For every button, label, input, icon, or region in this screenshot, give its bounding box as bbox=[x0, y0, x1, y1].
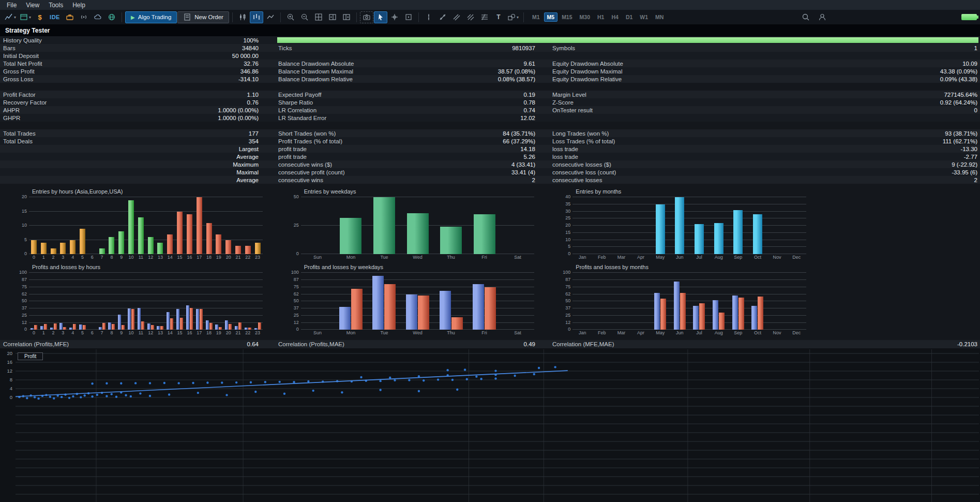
toolbox-button[interactable] bbox=[63, 11, 77, 23]
candles-chart-button[interactable] bbox=[236, 11, 249, 23]
line-chart-icon bbox=[5, 13, 13, 21]
stats-cell: Profit Trades (% of total)66 (37.29%) bbox=[261, 138, 538, 144]
scatter-canvas: 201612840 bbox=[0, 348, 980, 502]
stats-value: 0.09% (43.38) bbox=[940, 76, 977, 82]
stats-label: Total Net Profit bbox=[3, 61, 42, 67]
vertical-line-tool-button[interactable] bbox=[422, 11, 435, 23]
menu-file[interactable]: File bbox=[2, 1, 21, 9]
shapes-tool-button[interactable]: ▾ bbox=[506, 11, 520, 23]
toolbar-separator bbox=[356, 12, 357, 22]
auto-scroll-button[interactable] bbox=[340, 11, 353, 23]
bar-slot bbox=[434, 197, 468, 254]
zoom-in-button[interactable] bbox=[284, 11, 297, 23]
stats-value: 84 (35.71%) bbox=[503, 130, 535, 137]
vertical-line-icon bbox=[425, 13, 433, 21]
x-tick-label: 20 bbox=[223, 255, 233, 261]
timeframe-m1[interactable]: M1 bbox=[529, 12, 543, 22]
y-axis: 012253750627587100 bbox=[16, 273, 29, 330]
chart-shift-button[interactable] bbox=[326, 11, 339, 23]
menu-tools[interactable]: Tools bbox=[44, 1, 68, 9]
account-button[interactable] bbox=[816, 11, 829, 23]
text-tool-button[interactable]: T bbox=[492, 11, 505, 23]
stats-cell: Gross Loss-314.10 bbox=[0, 76, 261, 82]
stats-value: 66 (37.29%) bbox=[503, 138, 535, 144]
stats-label: Total Trades bbox=[3, 130, 36, 137]
ide-button[interactable]: IDE bbox=[47, 11, 63, 23]
timeframe-m15[interactable]: M15 bbox=[559, 12, 575, 22]
bar-slot bbox=[301, 273, 335, 330]
signals-button[interactable] bbox=[77, 11, 91, 23]
bar bbox=[151, 325, 154, 330]
x-tick-label: 2 bbox=[49, 330, 58, 337]
stats-row: Averageprofit trade5.26loss trade-2.77 bbox=[0, 153, 980, 160]
pitchfork-tool-button[interactable] bbox=[464, 11, 477, 23]
screenshot-button[interactable] bbox=[360, 11, 373, 23]
bar bbox=[255, 243, 261, 254]
channel-tool-button[interactable] bbox=[450, 11, 463, 23]
stats-cell: consecutive profit (count)33.41 (4) bbox=[261, 169, 538, 175]
timeframe-h1[interactable]: H1 bbox=[594, 12, 607, 22]
bar bbox=[69, 328, 72, 330]
x-tick-label: 12 bbox=[146, 330, 156, 337]
y-tick-label: 75 bbox=[22, 284, 27, 289]
stats-cell: Margin Level727145.64% bbox=[538, 92, 980, 98]
x-tick-label: 23 bbox=[253, 330, 263, 337]
timeframe-w1[interactable]: W1 bbox=[637, 12, 651, 22]
line-chart-type-button[interactable] bbox=[264, 11, 277, 23]
bar bbox=[31, 328, 34, 330]
stats-value: 727145.64% bbox=[944, 92, 977, 98]
stats-cell: Total Deals354 bbox=[0, 138, 261, 144]
x-tick-label: Jul bbox=[689, 330, 709, 337]
x-tick-label: Sep bbox=[728, 255, 748, 261]
chart-area: 0122537506275871000123456789101112131415… bbox=[16, 272, 266, 337]
bar bbox=[339, 307, 351, 330]
fibonacci-tool-button[interactable] bbox=[478, 11, 491, 23]
stats-row: Total Net Profit32.76Balance Drawdown Ab… bbox=[0, 60, 980, 67]
bars-chart-button[interactable] bbox=[250, 11, 263, 23]
menu-view[interactable]: View bbox=[21, 1, 44, 9]
tab-strategy-tester[interactable]: Strategy Tester bbox=[0, 27, 50, 34]
tab-strip: Strategy Tester bbox=[0, 25, 980, 36]
y-tick-label: 37 bbox=[294, 305, 299, 311]
crosshair-button[interactable] bbox=[388, 11, 401, 23]
cursor-button[interactable] bbox=[374, 11, 387, 23]
correlation-label: Correlation (MFE,MAE) bbox=[552, 341, 614, 347]
chart-profiles-button[interactable]: ▾ bbox=[18, 11, 33, 23]
bar bbox=[713, 300, 718, 330]
stats-value: 1.0000 (0.00%) bbox=[218, 107, 259, 113]
stats-cell: Equity Drawdown Relative0.09% (43.38) bbox=[538, 76, 980, 82]
stats-label: loss trade bbox=[552, 146, 578, 152]
bar-slot bbox=[501, 273, 535, 330]
timeframe-h4[interactable]: H4 bbox=[608, 12, 621, 22]
bar bbox=[176, 309, 179, 330]
timeframe-mn[interactable]: MN bbox=[652, 12, 667, 22]
search-button[interactable] bbox=[799, 11, 812, 23]
grid-toggle-button[interactable] bbox=[312, 11, 325, 23]
stats-cell: Short Trades (won %)84 (35.71%) bbox=[261, 130, 538, 137]
chart-entries-by-weekdays: Entries by weekdays02550SunMonTueWedThuF… bbox=[288, 188, 538, 261]
bar bbox=[157, 326, 160, 330]
stats-value: 10.09 bbox=[962, 61, 977, 67]
bar bbox=[714, 223, 723, 255]
timeframe-m5[interactable]: M5 bbox=[544, 12, 558, 22]
timeframe-d1[interactable]: D1 bbox=[623, 12, 636, 22]
new-chart-button[interactable]: ▾ bbox=[3, 11, 18, 23]
algo-trading-button[interactable]: ▶ Algo Trading bbox=[125, 11, 177, 23]
timeframe-m30[interactable]: M30 bbox=[577, 12, 593, 22]
menu-help[interactable]: Help bbox=[68, 1, 90, 9]
market-watch-button[interactable]: $ bbox=[33, 11, 47, 23]
bar-slot bbox=[401, 273, 434, 330]
cloud-button[interactable] bbox=[91, 11, 104, 23]
community-button[interactable] bbox=[105, 11, 118, 23]
x-tick-label: Aug bbox=[709, 330, 729, 337]
zoom-out-button[interactable] bbox=[298, 11, 311, 23]
stats-label: GHPR bbox=[3, 115, 20, 121]
y-axis: 012253750627587100 bbox=[288, 273, 301, 330]
y-tick-label: 30 bbox=[565, 209, 570, 214]
trendline-tool-button[interactable] bbox=[436, 11, 449, 23]
stats-value: 1.0000 (0.00%) bbox=[218, 115, 259, 121]
objects-list-button[interactable] bbox=[402, 11, 415, 23]
stats-label: profit trade bbox=[278, 146, 307, 152]
x-tick-label: Aug bbox=[709, 255, 729, 261]
new-order-button[interactable]: New Order bbox=[177, 11, 229, 23]
